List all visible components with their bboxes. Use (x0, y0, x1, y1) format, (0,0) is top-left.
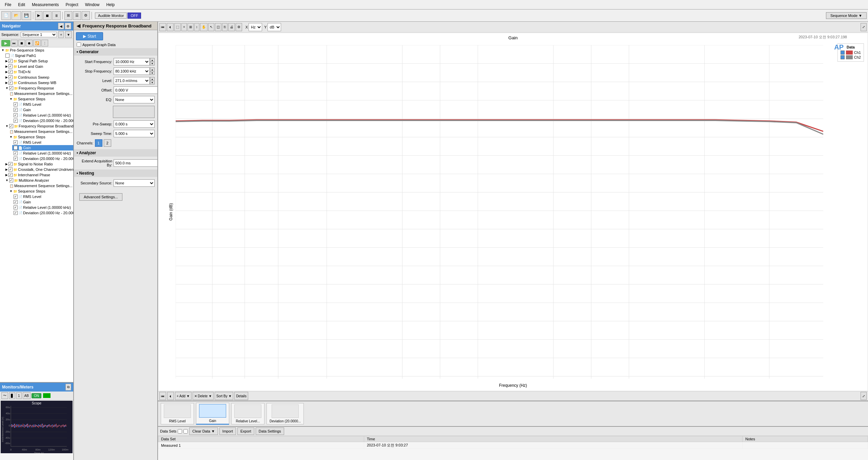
run-btn[interactable]: ▶ (35, 11, 42, 20)
cb-icon[interactable] (5, 54, 9, 58)
monitors-popup-btn[interactable]: ⧉ (65, 384, 71, 391)
cb-icon[interactable] (14, 102, 18, 106)
sequence-mode-button[interactable]: Sequence Mode ▼ (826, 12, 867, 19)
cb-icon[interactable] (14, 205, 18, 209)
chart-config[interactable]: ⚙ (236, 23, 242, 31)
cb-icon[interactable] (14, 140, 18, 144)
grid-btn[interactable]: ⊞ (64, 11, 72, 20)
record-btn[interactable]: ⏺ (26, 40, 33, 46)
secondary-source-select[interactable]: None (114, 179, 155, 187)
cb-icon[interactable] (8, 167, 13, 172)
chart-marker[interactable]: ◫ (215, 23, 221, 31)
sequence-add-btn[interactable]: + (58, 31, 64, 38)
chart-nav-first[interactable]: ⏮ (159, 23, 166, 31)
stop-btn[interactable]: ⏹ (43, 11, 52, 20)
advanced-settings-button[interactable]: Advanced Settings... (79, 193, 122, 201)
tab-gain[interactable]: Gain (196, 403, 229, 425)
tree-signal-path1[interactable]: 📄 Signal Path1 (4, 53, 73, 58)
chart-print[interactable]: 🖨 (228, 23, 235, 31)
tree-dev-3[interactable]: 📄 Deviation (20.0000 Hz - 20.0000 kH (12, 210, 73, 216)
tab-deviation[interactable]: Deviation (20.0000... (267, 403, 304, 424)
add-ds-btn[interactable]: + Add ▼ (175, 392, 192, 400)
mon-ab-btn[interactable]: AB (23, 392, 31, 399)
level-select[interactable]: 271.0 mVrms (114, 77, 150, 84)
menu-help[interactable]: Help (103, 1, 118, 8)
cb-icon[interactable] (9, 178, 13, 182)
cb-icon[interactable] (14, 195, 18, 199)
tree-rel-3[interactable]: 📄 Relative Level (1.00000 kHz) (12, 205, 73, 210)
sort-by-btn[interactable]: Sort By ▼ (215, 392, 233, 400)
pause-btn[interactable]: ⏸ (52, 11, 61, 20)
cb-icon[interactable] (9, 86, 13, 90)
tab-relative-level[interactable]: Relative Level... (231, 403, 264, 424)
chart-expand-bottom[interactable]: ⤢ (861, 392, 867, 400)
tree-seq-steps-2[interactable]: ▼ 📁 Sequence Steps (8, 134, 73, 140)
start-button[interactable]: ▶ Start (76, 32, 103, 40)
tree-meas-seq-settings-1[interactable]: 📋 Measurement Sequence Settings... (8, 91, 73, 96)
tree-gain-2-selected[interactable]: 📄 Gain (12, 145, 73, 151)
cb-icon[interactable] (8, 173, 13, 177)
cb-icon[interactable] (14, 108, 18, 112)
details-btn[interactable]: Details (234, 392, 248, 400)
tree-level-gain[interactable]: ▶ 📁 Level and Gain (4, 64, 73, 69)
start-freq-select[interactable]: 10.0000 Hz (114, 58, 150, 65)
tree-frb[interactable]: ▼ 📁 Frequency Response Broadband (4, 123, 73, 129)
ch1-button[interactable]: 1 (95, 139, 102, 147)
start-freq-down[interactable]: ▼ (150, 62, 155, 65)
cb-icon[interactable] (8, 75, 13, 79)
chart-nav-prev[interactable]: ⏴ (167, 23, 174, 31)
cb-icon[interactable] (14, 211, 18, 215)
cb-icon[interactable] (14, 151, 18, 155)
legend-ch2-cb[interactable] (841, 55, 845, 59)
table-row[interactable]: Measured 1 2023-07-10 오전 9:03:27 (158, 442, 868, 449)
cb-icon[interactable] (9, 124, 13, 128)
tree-rel-2[interactable]: 📄 Relative Level (1.00000 kHz) (12, 151, 73, 156)
append-checkbox[interactable] (77, 42, 81, 47)
nav-more-btn[interactable]: ⋮ (41, 40, 48, 46)
tree-signal-path-setup[interactable]: ▶ 📁 Signal Path Setup (4, 58, 73, 64)
tree-pre-sequence[interactable]: ▼ 📁 Pre-Sequence Steps (0, 47, 73, 53)
datasets-cb1[interactable] (178, 429, 182, 434)
nav-expand-btn[interactable]: ◀ (58, 23, 64, 29)
tree-rms-1[interactable]: 📄 RMS Level (12, 102, 73, 107)
extend-input[interactable] (114, 159, 158, 167)
tree-crosstalk[interactable]: ▶ 📁 Crosstalk, One Channel Undriven (4, 167, 73, 172)
cb-icon[interactable] (8, 64, 13, 68)
cb-icon[interactable] (14, 119, 18, 123)
chart-zoom-box[interactable]: ⬚ (174, 23, 181, 31)
tree-snr[interactable]: ▶ 📁 Signal to Noise Ratio (4, 161, 73, 167)
sweep-time-select[interactable]: 5.000 s (114, 130, 155, 137)
chart-zoom-y[interactable]: ↕ (194, 23, 199, 31)
chart-expand-btn[interactable]: ⤢ (861, 23, 867, 31)
x-axis-select[interactable]: Hz (249, 23, 262, 31)
chart-cursor[interactable]: ↖ (208, 23, 214, 31)
play-button[interactable]: ▶ (1, 40, 10, 46)
menu-file[interactable]: File (1, 1, 15, 8)
tree-gain-1[interactable]: 📄 Gain (12, 107, 73, 113)
cb-icon[interactable] (8, 70, 13, 74)
import-btn[interactable]: Import (219, 427, 236, 435)
chart-copy[interactable]: ⎘ (222, 23, 228, 31)
start-freq-up[interactable]: ▲ (150, 58, 155, 62)
mon-num-btn[interactable]: 1 (16, 392, 22, 399)
datasets-cb2[interactable] (183, 429, 188, 434)
cb-icon[interactable] (8, 81, 13, 85)
tree-meas-seq-settings-3[interactable]: 📋 Measurement Sequence Settings... (8, 183, 73, 188)
off-button[interactable]: OFF (127, 13, 141, 19)
tree-rms-3[interactable]: 📄 RMS Level (12, 194, 73, 199)
level-down[interactable]: ▼ (150, 81, 155, 84)
tree-continuous-sweep-wb[interactable]: ▶ 📁 Continuous Sweep WB (4, 80, 73, 85)
level-up[interactable]: ▲ (150, 77, 155, 81)
tree-continuous-sweep[interactable]: ▶ 📁 Continuous Sweep (4, 75, 73, 80)
tree-thd[interactable]: ▶ 📁 THD+N (4, 69, 73, 75)
stop-freq-down[interactable]: ▼ (150, 71, 155, 75)
stop-freq-up[interactable]: ▲ (150, 67, 155, 71)
tree-rms-2[interactable]: 📄 RMS Level (12, 140, 73, 145)
cb-icon[interactable] (14, 157, 18, 161)
open-btn[interactable]: 📂 (12, 11, 21, 20)
nav-settings-btn[interactable]: ⚙ (65, 23, 71, 29)
data-settings-btn[interactable]: Data Settings (256, 427, 284, 435)
on-button[interactable]: ON (32, 393, 41, 398)
delete-ds-btn[interactable]: ✕ Delete ▼ (193, 392, 214, 400)
sequence-menu-btn[interactable]: ▼ (65, 31, 72, 38)
